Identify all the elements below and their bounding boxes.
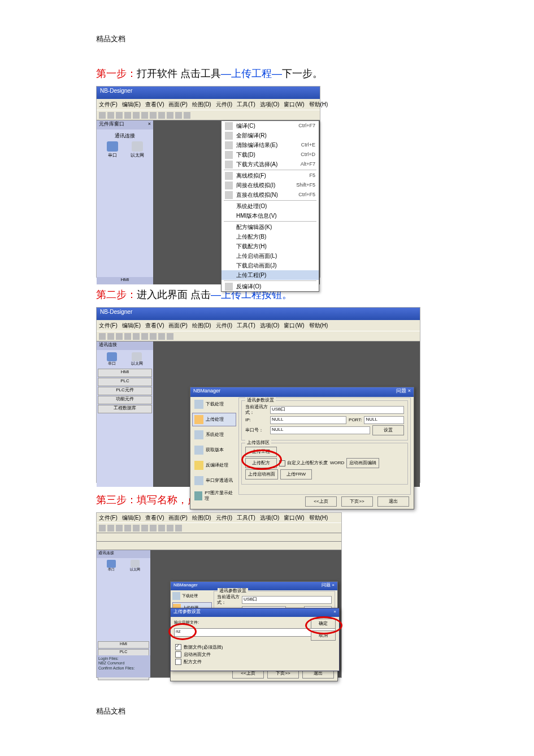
- dialog-close-icon[interactable]: ×: [333, 609, 336, 616]
- toolbar-icon[interactable]: [150, 333, 157, 340]
- menu-item[interactable]: 工具(T): [237, 515, 255, 521]
- nav-download[interactable]: 下载处理: [192, 398, 236, 411]
- menu-download-recipe[interactable]: 下载配方(H): [222, 241, 319, 251]
- menu-item[interactable]: 文件(F): [99, 101, 118, 108]
- menu-item[interactable]: 选项(O): [260, 101, 279, 108]
- menu-item[interactable]: 查看(V): [145, 322, 164, 329]
- next-button[interactable]: 下页>>: [341, 496, 373, 507]
- dialog-close-icon[interactable]: 问题 ×: [322, 582, 335, 590]
- toolbar-icon[interactable]: [167, 333, 173, 340]
- exit-button[interactable]: 退出: [377, 496, 409, 507]
- menu-item[interactable]: 帮助(H): [309, 101, 328, 108]
- menu-offline-sim[interactable]: 离线模拟(F)F5: [222, 171, 319, 180]
- nav-ptimage[interactable]: PT图片显示处理: [192, 489, 236, 503]
- toolbar-icon[interactable]: [107, 112, 114, 119]
- upload-frw-button[interactable]: 上传FRW: [280, 469, 312, 479]
- toolbar-icon[interactable]: [167, 525, 173, 532]
- toolbar-icon[interactable]: [167, 112, 173, 119]
- panel-close-icon[interactable]: ×: [148, 121, 151, 129]
- menu-item[interactable]: 查看(V): [145, 101, 164, 108]
- toolbar-icon[interactable]: [158, 525, 165, 532]
- ok-button[interactable]: 确定: [311, 619, 336, 629]
- menu-upload-recipe[interactable]: 上传配方(B): [222, 232, 319, 241]
- toolbar-icon[interactable]: [158, 112, 165, 119]
- nav-upload[interactable]: 上传处理: [192, 413, 236, 426]
- toolbar-icon[interactable]: [107, 333, 114, 340]
- toolbar-icon[interactable]: [141, 333, 148, 340]
- serial-icon[interactable]: 串口: [107, 352, 117, 366]
- startup-edit-button[interactable]: 启动画面编辑: [346, 458, 379, 468]
- menu-item[interactable]: 工具(T): [237, 101, 255, 108]
- section-plc[interactable]: PLC: [98, 378, 152, 386]
- menu-upload-project[interactable]: 上传工程(P): [222, 270, 319, 280]
- menu-item[interactable]: 编辑(E): [122, 515, 141, 521]
- menu-download-method[interactable]: 下载方式选择(A)Alt+F7: [222, 159, 319, 169]
- menu-item[interactable]: 帮助(H): [309, 322, 328, 329]
- toolbar-icon[interactable]: [124, 333, 131, 340]
- toolbar-icon[interactable]: [133, 333, 140, 340]
- toolbar-icon[interactable]: [107, 525, 114, 532]
- toolbar-icon[interactable]: [99, 333, 106, 340]
- menu-item[interactable]: 编辑(E): [122, 322, 141, 329]
- serial-icon[interactable]: 串口: [107, 560, 116, 572]
- menu-item[interactable]: 查看(V): [145, 515, 164, 521]
- menu-recipe-editor[interactable]: 配方编辑器(K): [222, 222, 319, 232]
- set-button[interactable]: 设置: [372, 425, 404, 435]
- serial-icon[interactable]: 串口: [105, 141, 120, 158]
- menu-item[interactable]: 元件(I): [216, 322, 232, 329]
- toolbar-icon[interactable]: [124, 525, 131, 532]
- toolbar-icon[interactable]: [150, 525, 157, 532]
- upload-recipe-button[interactable]: 上传配方: [245, 458, 277, 468]
- section-db[interactable]: 工程数据库: [98, 405, 152, 413]
- menu-item[interactable]: 选项(O): [260, 322, 279, 329]
- prev-button[interactable]: <<上页: [305, 496, 337, 507]
- toolbar-icon[interactable]: [133, 525, 140, 532]
- toolbar-icon[interactable]: [150, 112, 157, 119]
- menu-item[interactable]: 工具(T): [237, 322, 255, 329]
- toolbar-icon[interactable]: [175, 112, 182, 119]
- toolbar-icon[interactable]: [116, 333, 123, 340]
- menu-item[interactable]: 绘图(D): [192, 322, 211, 329]
- nav-system[interactable]: 系统处理: [192, 428, 236, 442]
- menu-hmi-version[interactable]: HMI版本信息(V): [222, 211, 319, 221]
- menu-item[interactable]: 元件(I): [216, 515, 232, 521]
- menu-item[interactable]: 绘图(D): [192, 515, 211, 521]
- menu-item[interactable]: 文件(F): [99, 515, 118, 521]
- panel-foot[interactable]: HMI: [97, 277, 153, 284]
- upload-logo-button[interactable]: 上传启动画面: [245, 469, 278, 479]
- toolbar-icon[interactable]: [141, 112, 148, 119]
- toolbar-icon[interactable]: [175, 525, 182, 532]
- menu-item[interactable]: 元件(I): [216, 101, 232, 108]
- menu-item[interactable]: 窗口(W): [284, 101, 304, 108]
- menu-item[interactable]: 窗口(W): [284, 322, 304, 329]
- toolbar-icon[interactable]: [184, 112, 190, 119]
- nav-passthrough[interactable]: 串口穿透通讯: [192, 474, 236, 487]
- toolbar-icon[interactable]: [116, 112, 123, 119]
- menu-direct-sim[interactable]: 直接在线模拟(N)Ctrl+F5: [222, 190, 319, 200]
- toolbar-icon[interactable]: [99, 525, 106, 532]
- toolbar-icon[interactable]: [133, 112, 140, 119]
- section-plc-element[interactable]: PLC元件: [98, 387, 152, 395]
- menu-compile-all[interactable]: 全部编译(R): [222, 131, 319, 140]
- cancel-button[interactable]: 取消: [311, 630, 336, 641]
- menu-item[interactable]: 画面(P): [168, 515, 187, 521]
- toolbar-icon[interactable]: [158, 333, 165, 340]
- nav-decompile[interactable]: 反编译处理: [192, 459, 236, 472]
- menu-upload-splash[interactable]: 上传启动画面(L): [222, 251, 319, 261]
- menu-download[interactable]: 下载(D)Ctrl+D: [222, 150, 319, 159]
- ethernet-icon[interactable]: 以太网: [130, 560, 140, 572]
- section-function[interactable]: 功能元件: [98, 396, 152, 404]
- section-hmi[interactable]: HMI: [98, 641, 149, 649]
- section-hmi[interactable]: HMI: [98, 369, 152, 377]
- menu-item[interactable]: 选项(O): [260, 515, 279, 521]
- ethernet-icon[interactable]: 以太网: [130, 141, 145, 158]
- menu-compile[interactable]: 编译(C)Ctrl+F7: [222, 121, 319, 131]
- toolbar-icon[interactable]: [99, 112, 106, 119]
- menu-system[interactable]: 系统处理(O): [222, 201, 319, 211]
- menu-item[interactable]: 文件(F): [99, 322, 118, 329]
- check-splash-file[interactable]: 启动画面文件: [171, 651, 339, 658]
- nav-download[interactable]: 下载处理: [172, 591, 212, 601]
- check-data-file[interactable]: 数据文件(必须选择): [171, 643, 339, 651]
- upload-project-button[interactable]: 上传工程: [245, 447, 277, 457]
- menu-item[interactable]: 帮助(H): [309, 515, 328, 521]
